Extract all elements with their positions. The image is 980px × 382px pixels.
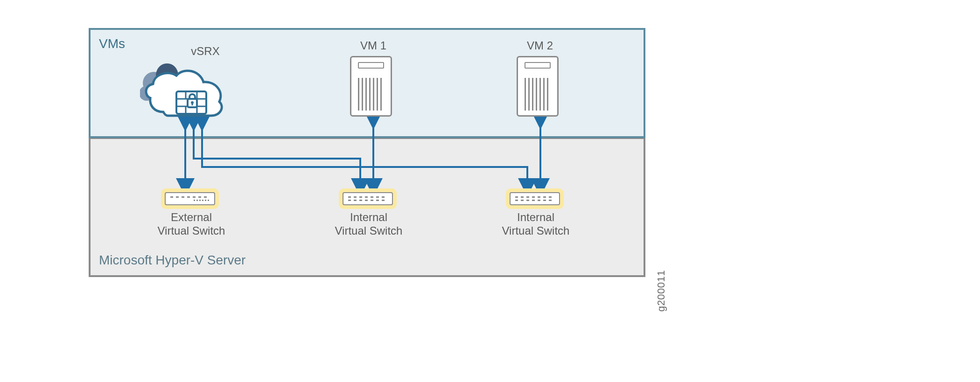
vsrx-label: vSRX (177, 45, 233, 58)
figure-id: g200011 (655, 270, 667, 312)
internal-switch1-line2: Virtual Switch (335, 224, 403, 237)
external-switch-icon (165, 192, 215, 205)
vms-panel-label: VMs (99, 36, 125, 51)
vm1-label: VM 1 (345, 39, 401, 53)
internal-switch1-icon (343, 192, 393, 205)
vm1-node (350, 56, 392, 117)
vsrx-cloud-icon (140, 61, 229, 131)
external-switch-label: External Virtual Switch (145, 211, 238, 238)
internal-switch2-line1: Internal (517, 211, 554, 223)
server-icon (517, 56, 559, 117)
external-switch-line2: Virtual Switch (158, 224, 225, 237)
hyperv-panel-label: Microsoft Hyper-V Server (99, 253, 245, 268)
svg-rect-13 (192, 103, 193, 105)
internal-switch1-line1: Internal (350, 211, 387, 223)
internal-switch2-line2: Virtual Switch (502, 224, 570, 237)
server-icon (350, 56, 392, 117)
vm2-label: VM 2 (512, 39, 568, 53)
internal-switch1-label: Internal Virtual Switch (322, 211, 415, 238)
internal-switch2-icon (510, 192, 560, 205)
external-switch-line1: External (171, 211, 212, 223)
diagram-stage: VMs Microsoft Hyper-V Server (0, 0, 980, 382)
vsrx-node (140, 61, 229, 131)
internal-switch2-label: Internal Virtual Switch (489, 211, 582, 238)
vm2-node (517, 56, 559, 117)
hyperv-panel: Microsoft Hyper-V Server (89, 137, 645, 277)
